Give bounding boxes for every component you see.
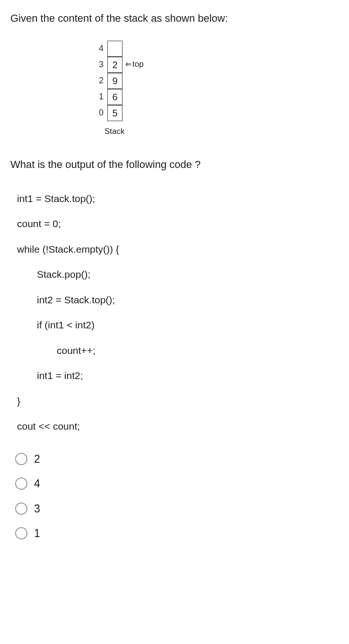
- radio-icon[interactable]: [15, 503, 27, 515]
- stack-cell: 6: [107, 89, 122, 105]
- code-line: int2 = Stack.top();: [37, 292, 339, 308]
- option-label: 3: [34, 501, 40, 517]
- option-c[interactable]: 3: [15, 501, 339, 517]
- stack-cell: 2: [107, 57, 122, 73]
- code-block: int1 = Stack.top(); count = 0; while (!S…: [17, 191, 339, 434]
- code-line: Stack.pop();: [37, 267, 339, 282]
- option-d[interactable]: 1: [15, 525, 339, 542]
- code-line: count++;: [57, 343, 339, 358]
- code-line: }: [17, 394, 339, 409]
- question-prompt: What is the output of the following code…: [10, 157, 339, 172]
- stack-index: 3: [93, 58, 104, 71]
- stack-index: 4: [93, 42, 104, 55]
- stack-row: 0 5: [93, 105, 339, 121]
- radio-icon[interactable]: [15, 453, 27, 465]
- option-label: 4: [34, 476, 40, 492]
- code-line: int1 = Stack.top();: [17, 191, 339, 206]
- stack-row: 2 9: [93, 72, 339, 88]
- radio-icon[interactable]: [15, 527, 27, 539]
- stack-index: 2: [93, 74, 104, 87]
- radio-icon[interactable]: [15, 477, 27, 490]
- top-pointer: ⇐ top: [125, 58, 144, 71]
- option-label: 1: [34, 525, 40, 542]
- stack-index: 0: [93, 106, 104, 119]
- option-a[interactable]: 2: [15, 451, 339, 468]
- code-line: int1 = int2;: [37, 368, 339, 383]
- stack-row: 3 2 ⇐ top: [93, 56, 339, 72]
- option-label: 2: [34, 451, 40, 468]
- stack-caption: Stack: [105, 125, 339, 138]
- stack-row: 4: [93, 40, 339, 56]
- code-line: count = 0;: [17, 216, 339, 231]
- stack-row: 1 6: [93, 88, 339, 105]
- option-b[interactable]: 4: [15, 476, 339, 492]
- top-label-text: top: [132, 58, 144, 71]
- stack-index: 1: [93, 90, 104, 103]
- code-line: cout << count;: [17, 419, 339, 434]
- question-intro: Given the content of the stack as shown …: [10, 10, 339, 26]
- stack-cell: 5: [107, 105, 122, 121]
- stack-diagram: 4 3 2 ⇐ top 2 9 1 6 0 5 Stack: [93, 40, 339, 138]
- stack-cell: [107, 41, 122, 57]
- code-line: while (!Stack.empty()) {: [17, 242, 339, 257]
- stack-cell: 9: [107, 73, 122, 89]
- code-line: if (int1 < int2): [37, 318, 339, 333]
- answer-options: 2 4 3 1: [15, 451, 339, 542]
- left-arrow-icon: ⇐: [125, 59, 131, 70]
